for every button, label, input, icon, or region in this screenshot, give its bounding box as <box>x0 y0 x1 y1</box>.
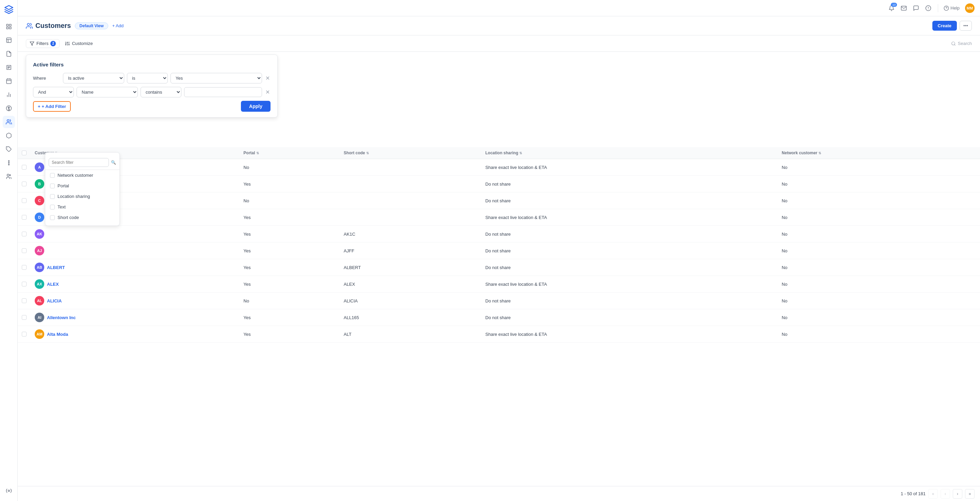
filter1-field-select[interactable]: Is active <box>63 73 124 83</box>
add-filter-button[interactable]: + + Add Filter <box>33 101 71 112</box>
row-location-cell: Do not share <box>481 243 778 259</box>
svg-point-26 <box>8 490 10 492</box>
dropdown-checkbox-short-code[interactable] <box>50 215 55 220</box>
customize-button[interactable]: Customize <box>65 41 92 46</box>
more-options-button[interactable]: ••• <box>959 21 972 31</box>
customer-name-link[interactable]: ALBERT <box>47 265 65 270</box>
view-badge[interactable]: Default View <box>75 22 108 29</box>
mail-icon[interactable] <box>900 4 908 12</box>
filter1-close-button[interactable]: ✕ <box>265 74 270 82</box>
page-first-button[interactable]: « <box>928 489 938 499</box>
row-checkbox[interactable] <box>22 332 27 337</box>
row-checkbox[interactable] <box>22 182 27 186</box>
search-bar[interactable]: Search <box>951 41 972 46</box>
sidebar-item-grid[interactable] <box>3 157 15 169</box>
row-customer-cell: AK <box>30 226 240 243</box>
row-portal-cell: Yes <box>240 176 340 192</box>
row-shortcode-cell <box>340 176 481 192</box>
row-checkbox[interactable] <box>22 165 27 170</box>
filter2-connector-select[interactable]: And <box>33 87 74 97</box>
customize-label: Customize <box>72 41 92 46</box>
page-prev-button[interactable]: ‹ <box>940 489 950 499</box>
customer-name-link[interactable]: Allentown Inc <box>47 315 76 320</box>
svg-rect-4 <box>6 38 11 43</box>
row-checkbox[interactable] <box>22 248 27 253</box>
dropdown-item-label: Short code <box>57 215 79 220</box>
app-logo[interactable] <box>3 4 14 15</box>
top-navigation: 10 Help MM <box>18 0 980 16</box>
row-avatar: AL <box>35 296 44 305</box>
page-last-button[interactable]: » <box>965 489 975 499</box>
dropdown-checkbox-location-sharing[interactable] <box>50 194 55 199</box>
filter1-value-select[interactable]: Yes <box>170 73 262 83</box>
dropdown-item-label: Text <box>57 204 66 209</box>
svg-rect-10 <box>6 79 11 84</box>
create-button[interactable]: Create <box>932 21 957 31</box>
dropdown-item-location-sharing[interactable]: Location sharing <box>45 191 119 202</box>
sidebar-item-box[interactable] <box>3 129 15 142</box>
row-checkbox[interactable] <box>22 282 27 286</box>
bell-icon[interactable] <box>924 4 932 12</box>
page-header-left: Customers Default View + Add <box>26 22 124 30</box>
filter-icon <box>30 41 34 46</box>
row-checkbox[interactable] <box>22 315 27 320</box>
sidebar-item-settings[interactable] <box>3 485 15 497</box>
filter1-operator-select[interactable]: is <box>127 73 168 83</box>
page-next-button[interactable]: › <box>953 489 962 499</box>
dropdown-item-text[interactable]: Text <box>45 202 119 212</box>
customer-name-link[interactable]: ALICIA <box>47 298 62 303</box>
customer-name-link[interactable]: Alta Moda <box>47 332 68 337</box>
apply-button[interactable]: Apply <box>241 101 270 112</box>
filter-search-input[interactable] <box>49 158 109 167</box>
sidebar-item-dollar[interactable] <box>3 102 15 115</box>
sort-network-icon[interactable]: ⇅ <box>818 151 821 155</box>
dropdown-item-network-customer[interactable]: Network customer <box>45 170 119 180</box>
row-portal-cell: Yes <box>240 226 340 243</box>
row-checkbox[interactable] <box>22 231 27 236</box>
filter2-close-button[interactable]: ✕ <box>265 88 270 96</box>
sidebar-item-tag[interactable] <box>3 143 15 155</box>
filter2-value-input[interactable] <box>184 87 262 97</box>
dropdown-item-portal[interactable]: Portal <box>45 180 119 191</box>
sidebar-item-calendar[interactable] <box>3 75 15 87</box>
sidebar-item-docs[interactable] <box>3 48 15 60</box>
add-button[interactable]: + Add <box>112 23 124 28</box>
sidebar-item-chart[interactable] <box>3 89 15 101</box>
chat-icon[interactable] <box>912 4 920 12</box>
sidebar-item-doc2[interactable] <box>3 61 15 73</box>
row-avatar: AK <box>35 229 44 239</box>
user-avatar[interactable]: MM <box>965 3 975 13</box>
filter2-operator-select[interactable]: contains <box>140 87 181 97</box>
select-all-checkbox[interactable] <box>22 150 27 155</box>
row-avatar: AJ <box>35 246 44 255</box>
filter-row-2: And Name contains ✕ <box>33 87 270 97</box>
sort-shortcode-icon[interactable]: ⇅ <box>366 151 369 155</box>
dropdown-checkbox-portal[interactable] <box>50 183 55 188</box>
row-checkbox[interactable] <box>22 215 27 220</box>
sort-location-icon[interactable]: ⇅ <box>519 151 522 155</box>
row-avatar: AX <box>35 279 44 289</box>
filter2-field-select[interactable]: Name <box>76 87 138 97</box>
sidebar-item-home[interactable] <box>3 21 15 33</box>
dropdown-checkbox-network-customer[interactable] <box>50 173 55 178</box>
help-label: Help <box>950 5 959 11</box>
help-button[interactable]: Help <box>943 5 959 11</box>
sidebar-item-customers[interactable] <box>3 116 15 128</box>
row-portal-cell: Yes <box>240 309 340 326</box>
row-checkbox[interactable] <box>22 265 27 270</box>
row-checkbox[interactable] <box>22 198 27 203</box>
sidebar-item-layout[interactable] <box>3 34 15 46</box>
dropdown-item-short-code[interactable]: Short code <box>45 212 119 223</box>
notifications-icon[interactable]: 10 <box>888 4 896 12</box>
filters-button[interactable]: Filters 2 <box>26 39 60 48</box>
sidebar-item-users[interactable] <box>3 170 15 183</box>
row-avatar: AB <box>35 263 44 272</box>
row-location-cell: Do not share <box>481 259 778 276</box>
row-checkbox[interactable] <box>22 298 27 303</box>
search-label: Search <box>958 41 972 46</box>
dropdown-checkbox-text[interactable] <box>50 205 55 209</box>
row-checkbox-cell <box>18 309 30 326</box>
svg-line-44 <box>955 44 956 45</box>
sort-portal-icon[interactable]: ⇅ <box>256 151 259 155</box>
customer-name-link[interactable]: ALEX <box>47 282 59 287</box>
